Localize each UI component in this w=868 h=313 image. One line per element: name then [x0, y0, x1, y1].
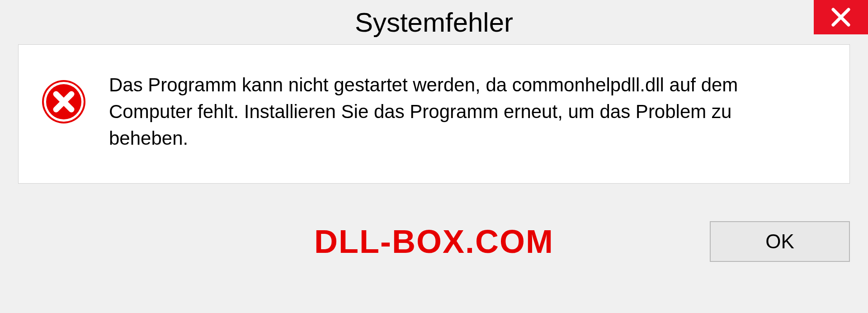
close-button[interactable]	[814, 0, 868, 34]
watermark-text: DLL-BOX.COM	[314, 223, 554, 260]
title-bar: Systemfehler	[0, 0, 868, 44]
error-message: Das Programm kann nicht gestartet werden…	[109, 72, 827, 152]
content-area: Das Programm kann nicht gestartet werden…	[18, 44, 850, 184]
error-icon-wrapper	[41, 72, 86, 126]
error-dialog: Systemfehler Das Programm kann nicht ges…	[0, 0, 868, 313]
footer-area: DLL-BOX.COM OK	[0, 184, 868, 313]
close-icon	[830, 7, 851, 28]
dialog-title: Systemfehler	[355, 7, 513, 38]
error-icon	[41, 79, 86, 124]
ok-button[interactable]: OK	[710, 221, 850, 262]
